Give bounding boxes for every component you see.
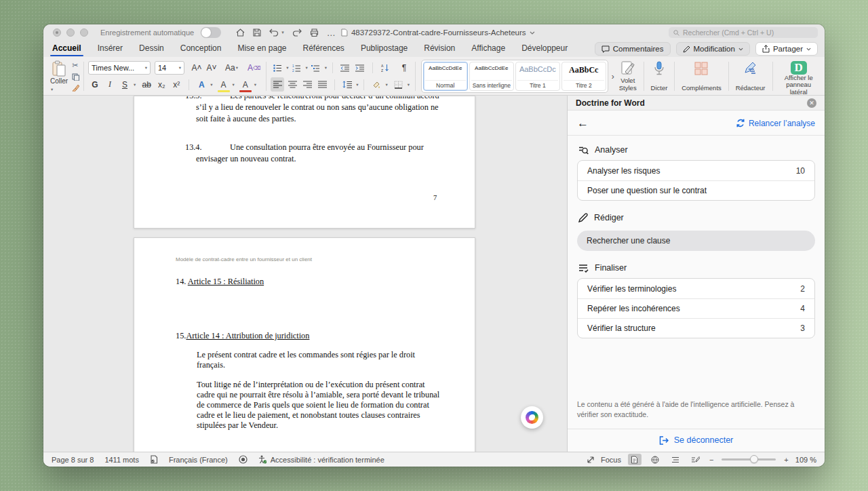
analyser-les-risques-item[interactable]: Analyser les risques 10 (578, 161, 814, 180)
underline-button[interactable]: S (118, 77, 132, 92)
tab-references[interactable]: Références (302, 41, 345, 56)
italic-button[interactable]: I (103, 77, 117, 92)
document-title[interactable]: 483729372-Contrat-cadre-Fournisseurs-Ach… (341, 28, 535, 37)
bold-button[interactable]: G (88, 77, 102, 92)
line-spacing-button[interactable] (340, 77, 354, 92)
styles-gallery-more-button[interactable]: › (610, 60, 616, 93)
tab-dessin[interactable]: Dessin (138, 41, 165, 56)
draft-view-button[interactable] (689, 454, 703, 465)
zoom-slider-knob[interactable] (750, 455, 758, 463)
cut-icon[interactable]: ✂ (72, 61, 79, 70)
document-page-8[interactable]: Modèle de contrat-cadre entre un fournis… (134, 237, 475, 452)
tab-mise-en-page[interactable]: Mise en page (237, 41, 287, 56)
print-icon[interactable] (310, 28, 319, 37)
page-count-status[interactable]: Page 8 sur 8 (52, 456, 94, 464)
doctrine-side-panel-button[interactable]: D Afficher le panneau latéral (776, 60, 821, 93)
grow-font-button[interactable]: A˄ (190, 61, 203, 75)
web-layout-view-button[interactable] (648, 454, 662, 465)
superscript-button[interactable]: x² (170, 77, 183, 92)
verifier-terminologies-item[interactable]: Vérifier les terminologies 2 (578, 279, 814, 298)
editor-button[interactable]: Rédacteur (733, 60, 768, 93)
style-sans-interligne[interactable]: AaBbCcDdEe Sans interligne (469, 62, 514, 91)
panel-close-icon[interactable]: ✕ (807, 98, 816, 108)
highlight-button[interactable]: A (217, 77, 231, 92)
rechercher-une-clause-button[interactable]: Rechercher une clause (577, 231, 815, 251)
justify-button[interactable] (315, 77, 329, 92)
shrink-font-button[interactable]: A˅ (205, 61, 218, 75)
show-marks-button[interactable]: ¶ (397, 61, 411, 75)
home-icon[interactable] (236, 28, 245, 37)
paste-button[interactable]: Coller ▾ (49, 60, 69, 93)
document-page-7[interactable]: 13.3. Les parties se rencontreront pour … (134, 96, 475, 229)
text-effects-button[interactable]: A (195, 77, 208, 92)
language-status[interactable]: Français (France) (169, 456, 228, 464)
font-size-select[interactable]: 14▾ (155, 61, 184, 75)
close-window-button[interactable] (53, 28, 61, 37)
multilevel-list-button[interactable] (309, 61, 323, 75)
tab-developpeur[interactable]: Développeur (521, 41, 568, 56)
copy-icon[interactable] (72, 73, 79, 81)
focus-icon[interactable] (587, 456, 594, 463)
bullets-button[interactable] (271, 61, 284, 75)
strikethrough-button[interactable]: ab (140, 77, 153, 92)
dictate-button[interactable]: Dicter (648, 60, 671, 93)
zoom-slider[interactable] (722, 458, 776, 460)
accessibility-status[interactable]: Accessibilité : vérification terminée (258, 455, 384, 464)
share-button[interactable]: Partager (755, 42, 818, 56)
zoom-window-button[interactable] (80, 28, 88, 37)
zoom-out-button[interactable]: − (709, 456, 713, 464)
change-case-button[interactable]: Aa▾ (224, 61, 239, 75)
document-canvas[interactable]: 13.3. Les parties se rencontreront pour … (43, 96, 567, 452)
undo-dropdown-icon[interactable]: ▾ (281, 30, 284, 35)
clear-formatting-button[interactable]: A⌫ (246, 61, 262, 75)
word-count-status[interactable]: 1411 mots (104, 456, 139, 464)
zoom-percent[interactable]: 109 % (795, 456, 816, 464)
numbering-button[interactable]: 12 (290, 61, 303, 75)
editing-mode-button[interactable]: Modification (676, 42, 750, 56)
undo-icon[interactable] (269, 28, 279, 37)
addins-button[interactable]: Compléments (679, 60, 724, 93)
format-painter-icon[interactable] (72, 84, 79, 92)
redo-icon[interactable] (292, 28, 302, 37)
underline-dropdown-icon[interactable]: ▾ (134, 82, 136, 87)
more-icon[interactable]: … (327, 28, 336, 38)
tab-revision[interactable]: Révision (423, 41, 456, 56)
borders-button[interactable] (392, 77, 406, 92)
autosave-toggle[interactable] (201, 27, 221, 38)
shading-button[interactable] (370, 77, 383, 92)
relaunch-analysis-button[interactable]: Relancer l’analyse (736, 119, 815, 128)
focus-label[interactable]: Focus (601, 456, 621, 464)
increase-indent-button[interactable] (353, 61, 367, 75)
tab-conception[interactable]: Conception (180, 41, 222, 56)
print-layout-view-button[interactable] (628, 454, 642, 465)
back-button[interactable]: ← (577, 117, 589, 129)
copilot-button[interactable] (521, 406, 543, 429)
zoom-in-button[interactable]: + (784, 456, 788, 464)
logout-button[interactable]: Se déconnecter (568, 429, 825, 452)
style-titre-2[interactable]: AaBbCc Titre 2 (561, 62, 606, 91)
styles-pane-button[interactable]: Volet Styles (616, 60, 639, 93)
tab-inserer[interactable]: Insérer (97, 41, 123, 56)
outline-view-button[interactable] (669, 454, 682, 465)
decrease-indent-button[interactable] (338, 61, 352, 75)
style-normal[interactable]: AaBbCcDdEe Normal (423, 62, 468, 91)
align-right-button[interactable] (300, 77, 314, 92)
verifier-structure-item[interactable]: Vérifier la structure 3 (578, 318, 814, 338)
search-input[interactable]: Rechercher (Cmd + Ctrl + U) (669, 27, 818, 38)
tab-accueil[interactable]: Accueil (52, 41, 82, 56)
sort-button[interactable]: AZ (378, 61, 392, 75)
paste-dropdown-icon[interactable]: ▾ (51, 87, 53, 92)
tab-publipostage[interactable]: Publipostage (360, 41, 408, 56)
save-icon[interactable] (253, 28, 261, 37)
font-name-select[interactable]: Times New...▾ (88, 61, 151, 75)
align-left-button[interactable] (271, 77, 284, 92)
subscript-button[interactable]: x₂ (155, 77, 168, 92)
comments-button[interactable]: Commentaires (595, 42, 671, 56)
tab-affichage[interactable]: Affichage (471, 41, 506, 56)
macro-record-icon[interactable] (239, 455, 248, 464)
reperer-incoherences-item[interactable]: Repérer les incohérences 4 (578, 298, 814, 318)
font-color-button[interactable]: A (239, 77, 252, 92)
minimize-window-button[interactable] (66, 28, 75, 37)
style-titre-1[interactable]: AaBbCcDc Titre 1 (515, 62, 560, 91)
align-center-button[interactable] (285, 77, 299, 92)
